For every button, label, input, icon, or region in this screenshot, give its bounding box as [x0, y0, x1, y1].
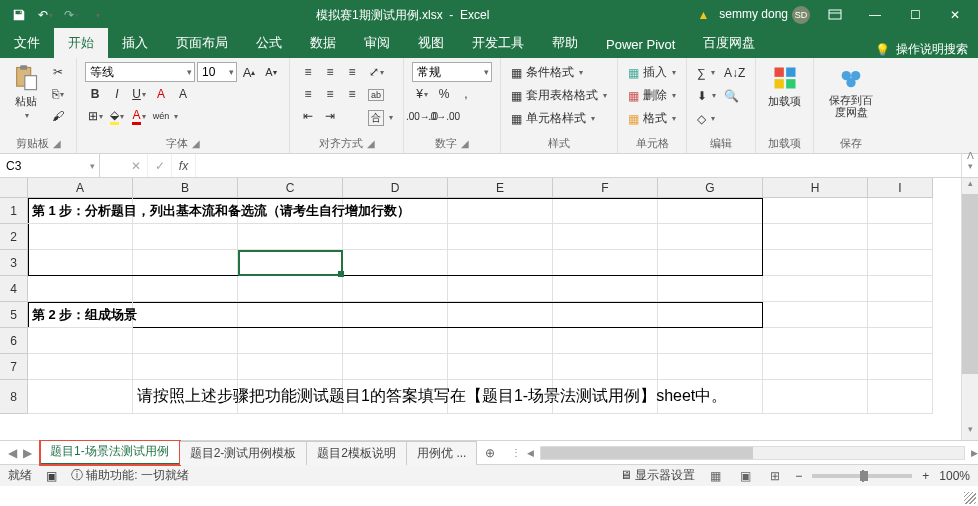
- cell[interactable]: [658, 354, 763, 380]
- cell[interactable]: [28, 250, 133, 276]
- tab-nav-next[interactable]: ▶: [21, 446, 34, 460]
- italic-button[interactable]: I: [107, 84, 127, 104]
- redo-icon[interactable]: ↷▾: [60, 4, 82, 26]
- cell[interactable]: [448, 354, 553, 380]
- cell[interactable]: [133, 302, 238, 328]
- cell[interactable]: [133, 354, 238, 380]
- cell[interactable]: [658, 224, 763, 250]
- name-box[interactable]: C3: [0, 154, 100, 177]
- cell[interactable]: [553, 276, 658, 302]
- ribbon-display-icon[interactable]: [820, 5, 850, 25]
- cell[interactable]: [448, 276, 553, 302]
- format-cells-button[interactable]: ▦格式▾: [626, 108, 678, 129]
- column-headers[interactable]: ABCDEFGHI: [28, 178, 933, 198]
- cell[interactable]: [658, 198, 763, 224]
- save-icon[interactable]: [8, 4, 30, 26]
- cell[interactable]: [343, 250, 448, 276]
- cell[interactable]: [448, 328, 553, 354]
- tab-nav-prev[interactable]: ◀: [6, 446, 19, 460]
- cell[interactable]: [553, 198, 658, 224]
- cell[interactable]: [658, 276, 763, 302]
- insert-cells-button[interactable]: ▦插入▾: [626, 62, 678, 83]
- col-header-D[interactable]: D: [343, 178, 448, 198]
- autosum-button[interactable]: ∑▾: [695, 62, 718, 83]
- cell[interactable]: 请按照上述步骤把功能测试题目1的答案填写在【题目1-场景法测试用例】sheet中…: [133, 380, 238, 414]
- tab-page-layout[interactable]: 页面布局: [162, 28, 242, 58]
- decrease-decimal-icon[interactable]: .0→.00: [434, 106, 454, 126]
- cell[interactable]: [28, 380, 133, 414]
- tab-insert[interactable]: 插入: [108, 28, 162, 58]
- cell[interactable]: [868, 354, 933, 380]
- cell[interactable]: [763, 354, 868, 380]
- cell[interactable]: [343, 354, 448, 380]
- row-header-6[interactable]: 6: [0, 328, 28, 354]
- orientation-icon[interactable]: ⤢▾: [366, 62, 386, 82]
- cell[interactable]: [763, 198, 868, 224]
- cell[interactable]: [553, 250, 658, 276]
- format-as-table-button[interactable]: ▦套用表格格式▾: [509, 85, 609, 106]
- fill-button[interactable]: ⬇▾: [695, 85, 718, 106]
- number-format-combo[interactable]: 常规: [412, 62, 492, 82]
- percent-icon[interactable]: %: [434, 84, 454, 104]
- conditional-format-button[interactable]: ▦条件格式▾: [509, 62, 609, 83]
- align-right-icon[interactable]: ≡: [342, 84, 362, 104]
- cell[interactable]: [868, 302, 933, 328]
- cut-icon[interactable]: ✂: [48, 62, 68, 82]
- cell[interactable]: [553, 224, 658, 250]
- increase-font-icon[interactable]: A▴: [239, 62, 259, 82]
- sheet-tab-4[interactable]: 用例优 ...: [407, 441, 477, 465]
- col-header-B[interactable]: B: [133, 178, 238, 198]
- tab-baidu[interactable]: 百度网盘: [689, 28, 769, 58]
- maximize-icon[interactable]: ☐: [900, 5, 930, 25]
- underline-button[interactable]: U▾: [129, 84, 149, 104]
- tab-help[interactable]: 帮助: [538, 28, 592, 58]
- minimize-icon[interactable]: —: [860, 5, 890, 25]
- tab-developer[interactable]: 开发工具: [458, 28, 538, 58]
- cell[interactable]: [238, 276, 343, 302]
- sort-filter-button[interactable]: A↓Z: [722, 62, 747, 83]
- display-settings[interactable]: 🖥 显示器设置: [620, 467, 695, 484]
- enter-formula-icon[interactable]: ✓: [148, 154, 172, 177]
- cell[interactable]: [658, 328, 763, 354]
- cell[interactable]: 第 2 步：组成场景: [28, 302, 133, 328]
- cell[interactable]: [553, 354, 658, 380]
- cell[interactable]: [343, 302, 448, 328]
- tab-view[interactable]: 视图: [404, 28, 458, 58]
- row-headers[interactable]: 12345678: [0, 198, 28, 414]
- cell[interactable]: [133, 224, 238, 250]
- cell[interactable]: [448, 224, 553, 250]
- user-name[interactable]: semmy dongSD: [719, 6, 810, 24]
- decrease-font-icon[interactable]: A▾: [261, 62, 281, 82]
- col-header-F[interactable]: F: [553, 178, 658, 198]
- spreadsheet-grid[interactable]: ABCDEFGHI 12345678 第 1 步：分析题目，列出基本流和备选流（…: [0, 178, 978, 440]
- undo-icon[interactable]: ↶▾: [34, 4, 56, 26]
- row-header-7[interactable]: 7: [0, 354, 28, 380]
- row-header-3[interactable]: 3: [0, 250, 28, 276]
- collapse-ribbon-icon[interactable]: ᐱ: [967, 150, 974, 161]
- col-header-A[interactable]: A: [28, 178, 133, 198]
- cell[interactable]: [238, 354, 343, 380]
- cell[interactable]: [238, 250, 343, 276]
- resize-grip[interactable]: [964, 492, 976, 504]
- sheet-tab-3[interactable]: 题目2模板说明: [307, 441, 407, 465]
- double-a-icon[interactable]: A: [151, 84, 171, 104]
- tab-review[interactable]: 审阅: [350, 28, 404, 58]
- align-center-icon[interactable]: ≡: [320, 84, 340, 104]
- font-size-combo[interactable]: 10: [197, 62, 237, 82]
- align-launcher[interactable]: ◢: [367, 138, 375, 149]
- col-header-E[interactable]: E: [448, 178, 553, 198]
- cell[interactable]: [133, 276, 238, 302]
- cell[interactable]: [763, 250, 868, 276]
- tab-home[interactable]: 开始: [54, 28, 108, 58]
- add-sheet-button[interactable]: ⊕: [477, 446, 503, 460]
- cell[interactable]: [868, 198, 933, 224]
- tab-data[interactable]: 数据: [296, 28, 350, 58]
- cell[interactable]: [28, 354, 133, 380]
- cell[interactable]: [28, 276, 133, 302]
- find-select-button[interactable]: 🔍: [722, 85, 747, 106]
- cell[interactable]: [343, 276, 448, 302]
- formula-input[interactable]: [196, 154, 961, 177]
- bold-button[interactable]: B: [85, 84, 105, 104]
- row-header-8[interactable]: 8: [0, 380, 28, 414]
- font-family-combo[interactable]: 等线: [85, 62, 195, 82]
